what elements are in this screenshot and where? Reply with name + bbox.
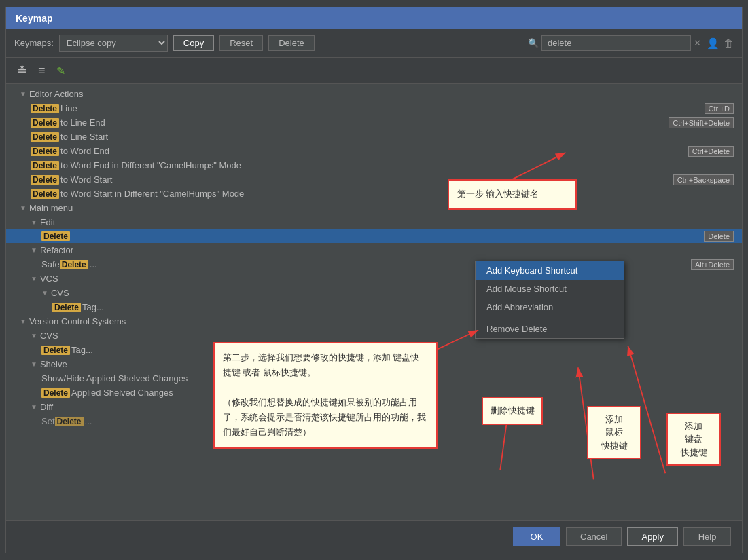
highlight-delete: Delete [41,231,70,241]
item-text: CVS [51,288,69,298]
delete-button[interactable]: Delete [268,35,315,51]
icon-toolbar: ≛ ≡ ✎ [6,58,742,84]
section-label: Editor Actions [29,89,84,99]
triangle-icon: ▼ [31,332,37,339]
shortcut-badge: Ctrl+Backspace [671,175,739,185]
item-text: Set [41,416,55,426]
list-item[interactable]: ▼ Edit [6,215,742,229]
list-item[interactable]: Delete to Word Start in Different "Camel… [6,187,742,201]
shortcut-badge: Delete [701,231,739,241]
annotation-mouse: 添加鼠标快捷键 [587,406,641,460]
item-text: Diff [40,402,53,412]
annotation-step1-text: 第一步 输入快捷键名 [457,189,539,199]
context-menu: Add Keyboard Shortcut Add Mouse Shortcut… [475,261,624,339]
context-menu-item-mouse[interactable]: Add Mouse Shortcut [476,280,624,298]
list-item[interactable]: Safe Delete ... Alt+Delete [6,257,742,272]
user-icon[interactable]: 👤 [707,37,719,50]
item-text: to Word End in Different "CamelHumps" Mo… [60,160,241,170]
list-item[interactable]: ▼ Version Control Systems [6,314,742,329]
item-text: to Word Start in Different "CamelHumps" … [60,189,244,199]
context-menu-item-remove[interactable]: Remove Delete [476,320,624,338]
item-text: to Line Start [60,132,108,142]
highlight-delete: Delete [31,161,59,170]
list-item[interactable]: Delete to Line Start [6,130,742,144]
list-item[interactable]: ▼ Main menu [6,201,742,215]
item-text: CVS [40,331,58,341]
shortcut-badge: Ctrl+D [702,104,739,113]
highlight-delete: Delete [31,147,59,156]
search-row: 🔍 ✕ 👤 🗑 [528,35,734,51]
highlight-delete: Delete [31,132,59,142]
keymap-select[interactable]: Eclipse copy [59,35,168,52]
context-item-label: Add Mouse Shortcut [486,284,567,294]
shortcut-badge: Ctrl+Delete [685,147,739,156]
section-label: Main menu [29,203,73,213]
collapse-icon[interactable]: ≡ [35,62,48,79]
highlight-delete: Delete [41,346,70,355]
search-input[interactable] [541,35,691,51]
list-item[interactable]: ▼ VCS [6,272,742,286]
ok-button[interactable]: OK [513,527,560,546]
list-item[interactable]: Delete Line Ctrl+D [6,101,742,115]
item-text: to Word Start [60,174,112,185]
triangle-icon: ▼ [31,403,37,411]
context-menu-item-abbreviation[interactable]: Add Abbreviation [476,298,624,316]
list-item[interactable]: ▼ Editor Actions [6,87,742,101]
highlight-delete: Delete [41,388,70,398]
highlight-delete: Delete [31,104,59,113]
item-text: Line [60,103,77,113]
list-item[interactable]: ▼ CVS [6,286,742,300]
item-text: Safe [41,259,60,269]
item-text: Applied Shelved Changes [71,388,173,398]
triangle-icon: ▼ [20,318,26,325]
item-text: Tag... [82,302,104,312]
list-item[interactable]: ▼ Refactor [6,243,742,257]
section-label: Version Control Systems [29,316,126,326]
triangle-icon: ▼ [31,246,37,254]
highlight-delete: Delete [31,175,59,185]
copy-button[interactable]: Copy [173,35,214,51]
keymap-dialog: Keymap Keymaps: Eclipse copy Copy Reset … [5,7,743,553]
dialog-title: Keymap [16,13,52,24]
context-item-label: Add Keyboard Shortcut [486,265,577,276]
list-item[interactable]: ▼ CVS [6,329,742,343]
annotation-keyboard: 添加键盘快捷键 [666,413,721,466]
shortcut-badge: Ctrl+Shift+Delete [666,118,739,128]
trash-icon[interactable]: 🗑 [724,37,734,49]
annotation-step2: 第二步，选择我们想要修改的快捷键，添加 键盘快捷键 或者 鼠标快捷键。（修改我们… [213,342,438,449]
triangle-icon: ▼ [20,90,26,98]
item-text: ... [85,416,92,426]
expand-all-icon[interactable]: ≛ [14,62,30,79]
context-menu-item-keyboard[interactable]: Add Keyboard Shortcut [476,261,624,280]
search-magnifier-icon: 🔍 [528,38,539,48]
item-text: Edit [40,217,55,227]
list-item[interactable]: Delete Delete [6,229,742,243]
clear-search-icon[interactable]: ✕ [694,38,701,48]
annotation-mouse-text: 添加鼠标快捷键 [601,414,628,451]
list-item[interactable]: Delete to Word Start Ctrl+Backspace [6,172,742,187]
keymaps-label: Keymaps: [14,38,54,48]
list-item[interactable]: Delete to Word End Ctrl+Delete [6,144,742,158]
triangle-icon: ▼ [31,219,37,226]
list-item[interactable]: Delete to Word End in Different "CamelHu… [6,158,742,172]
highlight-delete: Delete [60,260,88,269]
cancel-button[interactable]: Cancel [566,527,622,546]
item-text: Shelve [40,359,67,369]
edit-icon[interactable]: ✎ [54,63,68,79]
list-item[interactable]: Delete Tag... [6,300,742,314]
item-text: to Word End [60,146,109,156]
item-text: to Line End [60,117,105,128]
title-bar: Keymap [6,7,742,29]
reset-button[interactable]: Reset [219,35,263,51]
item-text: Show/Hide Applied Shelved Changes [41,373,188,384]
help-button[interactable]: Help [683,527,731,546]
item-text: VCS [40,274,58,284]
highlight-delete: Delete [55,417,84,426]
apply-button[interactable]: Apply [627,527,678,546]
annotation-keyboard-text: 添加键盘快捷键 [681,421,707,458]
list-item[interactable]: Delete to Line End Ctrl+Shift+Delete [6,115,742,130]
annotation-step1: 第一步 输入快捷键名 [448,179,577,210]
highlight-delete: Delete [31,189,59,199]
annotation-step2-text: 第二步，选择我们想要修改的快捷键，添加 键盘快捷键 或者 鼠标快捷键。（修改我们… [223,352,426,437]
item-text: ... [90,259,97,269]
